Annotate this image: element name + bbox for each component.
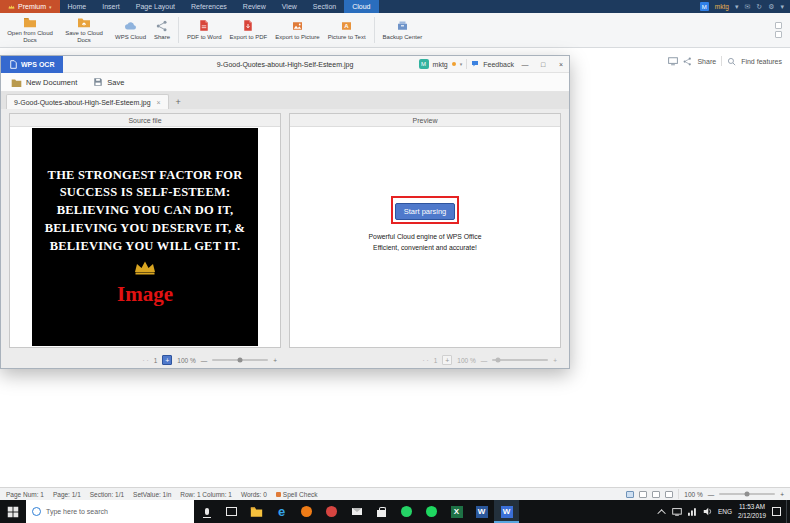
wps-cloud-button[interactable]: WPS Cloud [111, 18, 150, 43]
tab-close-icon[interactable]: × [157, 99, 161, 106]
zoom-slider-thumb[interactable] [745, 492, 750, 497]
source-image[interactable]: THE STRONGEST FACTOR FOR SUCCESS IS SELF… [32, 128, 258, 346]
button-label: Export to PDF [230, 34, 268, 41]
status-section: Section: 1/1 [90, 491, 124, 498]
feedback-button[interactable]: Feedback [483, 61, 514, 68]
store-button[interactable] [369, 500, 394, 523]
tab-insert[interactable]: Insert [94, 0, 128, 13]
chevron-down-icon[interactable]: ▾ [460, 61, 463, 67]
ribbon-account-area: M mktg ▾ ✉ ↻ ⚙ ▾ [700, 0, 790, 13]
file-explorer-button[interactable] [244, 500, 269, 523]
zoom-out-icon[interactable]: — [201, 357, 208, 364]
display-tray-icon[interactable] [672, 508, 682, 516]
pdf-to-word-button[interactable]: PDF to Word [183, 17, 226, 43]
collapse-ribbon-icon[interactable]: ▾ [780, 3, 784, 10]
username[interactable]: mktg [433, 61, 448, 68]
username[interactable]: mktg [715, 3, 729, 10]
close-button[interactable]: × [554, 56, 568, 73]
display-icon[interactable] [668, 57, 678, 66]
zoom-out-icon[interactable]: — [481, 357, 488, 364]
find-features-label[interactable]: Find features [741, 58, 782, 65]
firefox-button[interactable] [294, 500, 319, 523]
backup-center-button[interactable]: Backup Center [379, 18, 427, 43]
clock-date: 2/12/2019 [738, 512, 766, 520]
zoom-slider-thumb[interactable] [238, 358, 243, 363]
ribbon-options-icon[interactable] [775, 22, 782, 29]
view-mode-icon-2[interactable] [639, 491, 647, 498]
new-tab-button[interactable]: + [172, 95, 185, 108]
tab-section[interactable]: Section [305, 0, 344, 13]
zoom-in-icon[interactable]: + [273, 357, 277, 364]
tab-cloud[interactable]: Cloud [344, 0, 378, 13]
language-indicator[interactable]: ENG [718, 508, 732, 515]
dialog-titlebar[interactable]: WPS OCR 9-Good-Quotes-about-High-Self-Es… [1, 56, 569, 73]
action-center-icon[interactable] [772, 507, 781, 516]
tab-home[interactable]: Home [60, 0, 95, 13]
save-button[interactable]: Save [93, 77, 124, 87]
tab-references[interactable]: References [183, 0, 235, 13]
zoom-slider[interactable] [492, 359, 548, 361]
avatar[interactable]: M [700, 2, 709, 11]
mail-button[interactable] [344, 500, 369, 523]
task-view-button[interactable] [219, 500, 244, 523]
new-document-button[interactable]: New Document [11, 78, 77, 87]
export-to-picture-button[interactable]: Export to Picture [271, 18, 323, 43]
tab-label: Cloud [352, 3, 370, 10]
whatsapp-button[interactable] [394, 500, 419, 523]
task-view-icon [226, 507, 237, 516]
view-mode-icon-4[interactable] [665, 491, 673, 498]
start-parsing-button[interactable]: Start parsing [395, 203, 456, 220]
button-label: Share [154, 34, 170, 41]
tab-review[interactable]: Review [235, 0, 274, 13]
picture-to-text-button[interactable]: A Picture to Text [324, 18, 370, 43]
show-hidden-icons-chevron[interactable] [657, 509, 665, 517]
tab-view[interactable]: View [274, 0, 305, 13]
zoom-in-icon[interactable]: + [553, 357, 557, 364]
status-row-column: Row: 1 Column: 1 [180, 491, 232, 498]
wps-office-button[interactable]: W [494, 500, 519, 523]
status-spell-check[interactable]: Spell Check [276, 491, 318, 498]
opera-button[interactable] [319, 500, 344, 523]
menu-label: New Document [26, 78, 77, 87]
preview-panel: Preview Start parsing Powerful Cloud eng… [289, 113, 561, 348]
chevron-down-icon[interactable]: ▾ [735, 3, 739, 10]
microphone-button[interactable] [194, 500, 219, 523]
share-label[interactable]: Share [697, 58, 716, 65]
ribbon-collapse-icon[interactable] [775, 31, 782, 38]
network-icon[interactable] [688, 508, 697, 516]
tab-page-layout[interactable]: Page Layout [128, 0, 183, 13]
export-to-pdf-button[interactable]: Export to PDF [226, 17, 272, 43]
start-button[interactable] [0, 500, 26, 523]
clock[interactable]: 11:53 AM 2/12/2019 [738, 503, 766, 519]
zoom-slider[interactable] [212, 359, 268, 361]
search-icon[interactable] [727, 57, 736, 66]
file-tab[interactable]: 9-Good-Quotes-about-High-Self-Esteem.jpg… [6, 94, 169, 109]
taskbar-search-box[interactable]: Type here to search [26, 500, 194, 523]
save-to-cloud-docs-button[interactable]: Save to Cloud Docs [57, 14, 111, 46]
sync-icon[interactable]: ↻ [756, 3, 762, 10]
spotify-button[interactable] [419, 500, 444, 523]
volume-icon[interactable] [703, 507, 712, 516]
minimize-button[interactable]: — [518, 56, 532, 73]
word-button[interactable]: W [469, 500, 494, 523]
zoom-in-icon[interactable]: + [780, 491, 784, 498]
settings-gear-icon[interactable]: ⚙ [768, 3, 774, 10]
zoom-out-icon[interactable]: — [708, 491, 715, 498]
maximize-button[interactable]: □ [536, 56, 550, 73]
fit-view-button[interactable]: + [442, 355, 452, 365]
status-page-num: Page Num: 1 [6, 491, 44, 498]
view-mode-icon-1[interactable] [626, 491, 634, 498]
open-from-cloud-docs-button[interactable]: Open from Cloud Docs [3, 14, 57, 46]
show-desktop-button[interactable] [786, 500, 790, 523]
tab-premium[interactable]: Premium ▾ [0, 0, 60, 13]
zoom-slider[interactable] [719, 493, 775, 495]
view-mode-icon-3[interactable] [652, 491, 660, 498]
edge-button[interactable]: e [269, 500, 294, 523]
fit-view-button[interactable]: + [162, 355, 172, 365]
zoom-slider-thumb[interactable] [495, 358, 500, 363]
share-button[interactable]: Share [150, 18, 174, 43]
share-icon[interactable] [683, 57, 692, 66]
avatar[interactable]: M [419, 59, 429, 69]
excel-button[interactable]: X [444, 500, 469, 523]
message-icon[interactable]: ✉ [744, 3, 750, 10]
